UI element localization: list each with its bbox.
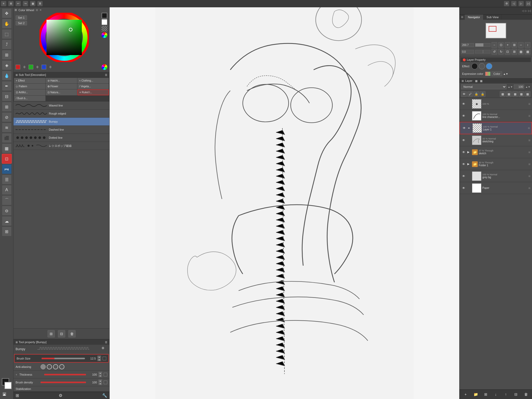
layer-visibility-sketching[interactable]: 👁: [461, 138, 466, 143]
expression-dropdown[interactable]: Color ▲▼: [485, 71, 508, 76]
line-tool-retro[interactable]: レトロポップ破線: [14, 142, 109, 150]
pan-tool[interactable]: ✋: [2, 19, 12, 29]
layer-panel-icon[interactable]: ⊞: [462, 79, 464, 82]
layer-item-layer1[interactable]: 👁 ✒ 100 % Normal Layer 1 ≡: [460, 122, 532, 134]
layer-menu-layer1[interactable]: ≡: [528, 126, 530, 130]
opacity-input[interactable]: [514, 84, 524, 89]
color-wheel-svg[interactable]: [39, 13, 89, 62]
view-icon[interactable]: ▦: [30, 1, 35, 6]
layer-thumb-b[interactable]: ▦: [506, 91, 512, 97]
set1-button[interactable]: Set 1: [16, 15, 27, 20]
canvas-area[interactable]: [110, 7, 459, 399]
vector-tool[interactable]: ⌒: [2, 195, 12, 205]
layer-expand-sketch-folder[interactable]: ▶: [467, 150, 471, 154]
sub-tool-pattern[interactable]: ◇ Pattern: [14, 84, 45, 89]
background-color[interactable]: [4, 382, 12, 389]
layer-up-icon[interactable]: ↑: [502, 391, 509, 398]
layer-item-sketching[interactable]: 👁 33 % Normal sketching ≡: [460, 134, 532, 146]
layer-add-icon[interactable]: +: [462, 391, 469, 398]
layer-visibility-grey[interactable]: 👁: [461, 174, 466, 179]
bottom-wrench-icon[interactable]: 🔧: [102, 393, 107, 398]
brush-size-slider[interactable]: [42, 358, 85, 359]
color-mode-icon[interactable]: [102, 64, 107, 70]
copy-subtool-icon[interactable]: ⊟: [58, 330, 65, 337]
brush-density-up[interactable]: ▲: [98, 380, 102, 382]
rotate-cw-icon[interactable]: ↻: [498, 49, 504, 55]
layer-panel-icon3[interactable]: ▦: [480, 79, 482, 82]
layer-delete-icon[interactable]: 🗑: [522, 391, 530, 398]
sub-tool-artificial[interactable]: ⊡ Artifici...: [14, 89, 45, 95]
fg-swatch[interactable]: [102, 13, 107, 18]
sub-tool-hatching[interactable]: ⊘ Hatchi...: [46, 78, 77, 83]
sub-tool-bush[interactable]: / Bush b...: [14, 96, 45, 101]
tab-navigator[interactable]: Navigator: [465, 15, 483, 20]
layer-visibility-star[interactable]: 👁: [461, 101, 466, 107]
sub-tool-ruled[interactable]: ≡ Ruled l...: [77, 89, 109, 95]
aa-dot-4[interactable]: [59, 364, 64, 369]
transparent-swatch[interactable]: [102, 26, 107, 31]
rotate-reset-icon[interactable]: ⊡: [505, 49, 510, 55]
layer-item-star[interactable]: 👁 ★ 100 % ≡: [460, 98, 532, 110]
line-tool-bumpy[interactable]: Bumpy: [14, 118, 109, 126]
layer-down-icon[interactable]: ↓: [492, 391, 499, 398]
layer-folder-icon[interactable]: 🖊: [467, 91, 473, 97]
layer-menu-sketch-folder[interactable]: ≡: [528, 150, 530, 154]
line-tool-waved[interactable]: Waved line: [14, 102, 109, 110]
tool-property-menu-icon[interactable]: ☰: [105, 341, 107, 344]
set2-button[interactable]: Set 2: [16, 21, 27, 25]
brush-size-up[interactable]: ▲: [97, 356, 101, 358]
thickness-up[interactable]: ▲: [98, 372, 102, 374]
zoom-slider[interactable]: [475, 43, 490, 47]
brush-config-icon[interactable]: ⚙: [102, 346, 107, 352]
layer-menu-folder1[interactable]: ≡: [528, 162, 530, 166]
options-icon[interactable]: ≣: [37, 1, 43, 6]
layer-menu-line[interactable]: ≡: [528, 114, 530, 118]
layer-lock2-icon[interactable]: 🔒: [480, 91, 486, 97]
layer-menu-paper[interactable]: ≡: [528, 186, 530, 190]
delete-subtool-icon[interactable]: 🗑: [68, 330, 76, 337]
sub-tool-menu-icon[interactable]: ☰: [105, 74, 107, 76]
layer-merge-icon[interactable]: ⊟: [512, 391, 520, 398]
zoom-input[interactable]: [461, 43, 474, 47]
tab-sub-view[interactable]: Sub View: [483, 15, 502, 20]
effect-black[interactable]: [471, 63, 478, 69]
brush-size-checkbox[interactable]: [103, 357, 106, 360]
layer-thumb-e[interactable]: ▦: [525, 91, 530, 97]
rotate-extra1-icon[interactable]: ▦: [518, 49, 524, 55]
thickness-checkbox[interactable]: [104, 373, 107, 376]
layer-menu-grey[interactable]: ≡: [528, 174, 530, 178]
effect-blue[interactable]: [486, 63, 492, 69]
zoom-out-icon[interactable]: －: [491, 42, 497, 48]
zoom-fit-icon[interactable]: ⊡: [498, 42, 504, 48]
layer-item-folder1[interactable]: 👁 ▶ 📁 30 % Through Folder 1 ≡: [460, 158, 532, 170]
layer-expand-folder1[interactable]: ▶: [467, 162, 471, 166]
zoom-in-icon[interactable]: +: [505, 42, 510, 48]
bottom-settings-icon[interactable]: ⚙: [59, 393, 62, 398]
rotate-flip-icon[interactable]: ⊞: [511, 49, 517, 55]
operation-tool[interactable]: ⊞: [2, 227, 12, 236]
sub-tool-flower[interactable]: ✿ Flower: [46, 84, 77, 89]
sub-tool-vegetation[interactable]: / Vegeta...: [77, 84, 109, 89]
flip-v-icon[interactable]: ↕: [525, 42, 530, 48]
layer-add-folder-icon[interactable]: 📁: [472, 391, 479, 398]
eyedropper-tool[interactable]: 💧: [2, 71, 12, 81]
settings-icon[interactable]: ⚙: [504, 1, 509, 6]
selection-tool[interactable]: ⬚: [2, 29, 12, 39]
brush-size-down[interactable]: ▼: [97, 358, 101, 361]
rotate-ccw-icon[interactable]: ↺: [491, 49, 497, 55]
line-tool-dotted[interactable]: Dotted line: [14, 134, 109, 142]
brush-size-stepper[interactable]: ▲ ▼: [97, 356, 101, 361]
navigator-preview[interactable]: [486, 23, 506, 38]
layer-visibility-paper[interactable]: 👁: [461, 185, 466, 191]
sub-tool-natural[interactable]: ⊡ Natura...: [46, 89, 77, 95]
prev-icon[interactable]: ◁: [511, 1, 516, 6]
layer-item-paper[interactable]: 👁 Paper ≡: [460, 182, 532, 194]
layer-thumb-c[interactable]: ▦: [512, 91, 518, 97]
right-panel-next-icon[interactable]: ▷: [525, 9, 527, 12]
angle-slider[interactable]: [475, 50, 490, 54]
layer-visibility-layer1[interactable]: 👁: [462, 125, 467, 131]
aa-dot-2[interactable]: [47, 364, 52, 369]
marker-tool[interactable]: ⊞: [2, 102, 12, 112]
brush-tool[interactable]: ⊟: [2, 91, 12, 101]
rotate-extra2-icon[interactable]: ▦: [525, 49, 530, 55]
